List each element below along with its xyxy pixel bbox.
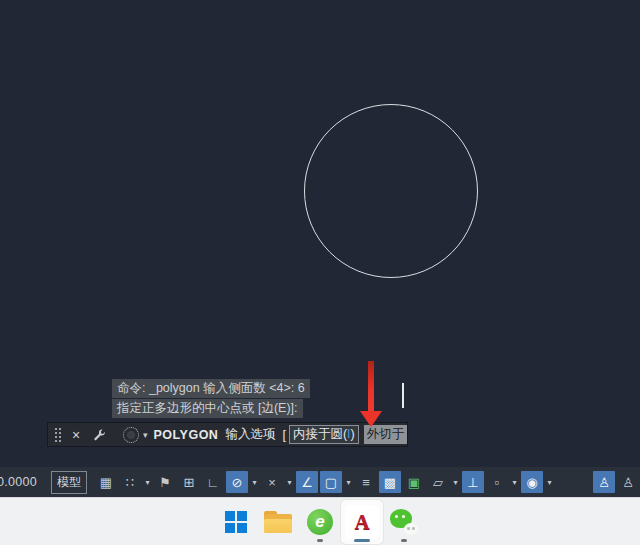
browser-icon: e [307,509,333,535]
active-command-name: POLYGON [154,428,219,442]
command-history-line-1: 命令: _polygon 输入侧面数 <4>: 6 [112,379,310,398]
object-snap-icon[interactable]: ▢ [320,471,342,493]
selection-cycling-icon[interactable]: ▣ [403,471,425,493]
options-bracket: [ [282,428,285,442]
snap-dropdown-icon[interactable]: ▾ [142,471,153,493]
browser-running-indicator [317,539,323,542]
ortho-mode-icon[interactable]: ∟ [202,471,224,493]
grid-icon[interactable]: ▦ [95,471,117,493]
command-history-line-2: 指定正多边形的中心点或 [边(E)]: [112,399,303,418]
drawing-canvas[interactable]: 命令: _polygon 输入侧面数 <4>: 6 指定正多边形的中心点或 [边… [0,0,640,467]
red-arrow-shaft [368,361,374,413]
command-prompt-label: 输入选项 [225,426,275,443]
status-bar: 0.0000 模型 ▦ ∷ ▾ ⚑ ⊞ ∟ ⊘ ▾ × ▾ ∠ ▢ ▾ ≡ ▩ … [0,467,640,497]
autocad-active-indicator [354,539,370,542]
annotation-scale-dropdown-icon[interactable]: ▾ [509,471,520,493]
drag-handle-icon[interactable] [54,427,62,443]
osnap-3d-icon[interactable]: ▱ [427,471,449,493]
snap-mode-icon[interactable]: ∷ [119,471,141,493]
red-arrow-annotation [359,361,383,429]
wrench-icon[interactable] [89,426,109,444]
osnap-tracking-dropdown-icon[interactable]: ▾ [284,471,295,493]
osnap-3d-dropdown-icon[interactable]: ▾ [450,471,461,493]
text-cursor [402,383,404,408]
wechat-running-indicator [401,539,407,542]
lineweight-icon[interactable]: ≡ [355,471,377,493]
autocad-window: 命令: _polygon 输入侧面数 <4>: 6 指定正多边形的中心点或 [边… [0,0,640,545]
object-snap-dropdown-icon[interactable]: ▾ [343,471,354,493]
drawn-circle[interactable] [304,104,478,278]
chevron-down-icon[interactable]: ▾ [143,430,148,440]
close-icon[interactable]: × [67,427,85,443]
file-explorer-button[interactable] [257,500,299,544]
autoscale-icon[interactable]: ♙ [617,471,639,493]
folder-icon [264,511,292,533]
annotation-scale-icon[interactable]: ▫ [486,471,508,493]
status-bar-right-group: ♙ ♙ [592,471,640,493]
start-button[interactable] [215,500,257,544]
model-space-button[interactable]: 模型 [51,471,87,494]
windows-taskbar: e A [0,497,640,545]
gizmo-dropdown-icon[interactable]: ▾ [544,471,555,493]
autocad-button[interactable]: A [341,500,383,544]
polar-tracking-icon[interactable]: ⊘ [226,471,248,493]
recent-command-icon[interactable] [123,427,139,443]
wechat-icon [390,509,418,535]
dynamic-input-icon[interactable]: ⊞ [178,471,200,493]
command-bar[interactable]: × ▾ POLYGON 输入选项 [ 内接于圆(I) 外切于 [48,423,407,446]
annotation-visibility-icon[interactable]: ♙ [593,471,615,493]
gizmo-icon[interactable]: ◉ [521,471,543,493]
transparency-icon[interactable]: ▩ [379,471,401,493]
coordinates-display: 0.0000 [0,475,47,489]
infer-constraints-icon[interactable]: ⚑ [154,471,176,493]
windows-logo-icon [225,511,247,533]
polar-dropdown-icon[interactable]: ▾ [249,471,260,493]
dynamic-ucs-icon[interactable]: ⊥ [462,471,484,493]
object-snap-angle-icon[interactable]: ∠ [296,471,318,493]
red-arrow-head [360,411,382,427]
option-inscribed-in-circle[interactable]: 内接于圆(I) [289,425,359,444]
wechat-button[interactable] [383,500,425,544]
autocad-icon: A [345,505,379,539]
osnap-tracking-icon[interactable]: × [261,471,283,493]
browser-button[interactable]: e [299,500,341,544]
